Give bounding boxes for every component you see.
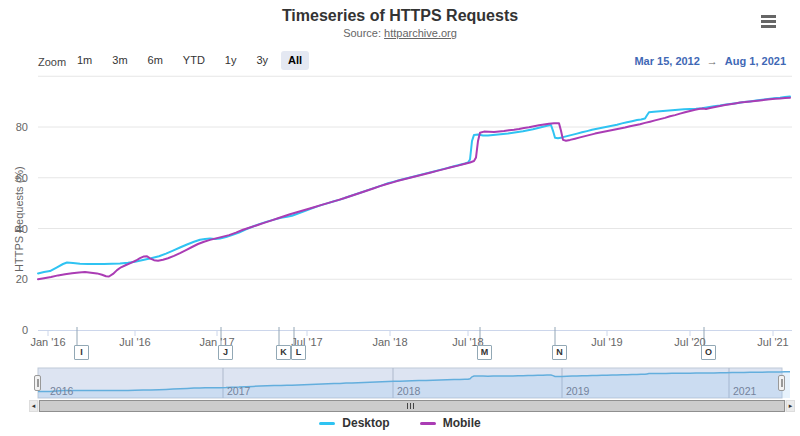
plot-area xyxy=(0,0,800,436)
navigator-year-label: 2018 xyxy=(397,385,420,397)
y-axis-label: 0 xyxy=(0,324,28,336)
scrollbar-left-arrow[interactable]: ◂ xyxy=(29,400,38,412)
scrollbar-grip-icon xyxy=(407,403,414,409)
navigator-left-handle[interactable] xyxy=(34,375,41,391)
y-axis-label: 20 xyxy=(0,273,28,285)
flag-k[interactable]: K xyxy=(276,345,291,360)
navigator-year-label: 2017 xyxy=(227,385,250,397)
flag-n[interactable]: N xyxy=(552,345,567,360)
navigator-year-label: 2016 xyxy=(50,385,73,397)
y-axis-label: 60 xyxy=(0,172,28,184)
x-axis-label: Jan '16 xyxy=(30,336,65,348)
scrollbar-right-arrow[interactable]: ▸ xyxy=(786,400,795,412)
y-axis-label: 40 xyxy=(0,223,28,235)
legend-marker-icon xyxy=(420,422,436,425)
x-axis-label: Jan '18 xyxy=(372,336,407,348)
flag-o[interactable]: O xyxy=(701,345,716,360)
flag-j[interactable]: J xyxy=(218,345,233,360)
legend-marker-icon xyxy=(319,422,335,425)
flag-i[interactable]: I xyxy=(74,345,89,360)
legend-item-desktop[interactable]: Desktop xyxy=(319,416,389,430)
navigator-right-handle[interactable] xyxy=(778,375,785,391)
x-axis-label: Jul '16 xyxy=(119,336,150,348)
legend: DesktopMobile xyxy=(0,416,800,430)
series-desktop[interactable] xyxy=(38,97,790,274)
legend-label: Desktop xyxy=(342,416,389,430)
navigator-year-label: 2019 xyxy=(566,385,589,397)
x-axis-label: Jul '21 xyxy=(757,336,788,348)
flag-m[interactable]: M xyxy=(477,345,492,360)
flag-l[interactable]: L xyxy=(291,345,306,360)
y-axis-label: 80 xyxy=(0,121,28,133)
series-mobile[interactable] xyxy=(38,98,790,279)
legend-label: Mobile xyxy=(443,416,481,430)
navigator-year-label: 2021 xyxy=(733,385,756,397)
legend-item-mobile[interactable]: Mobile xyxy=(420,416,481,430)
https-requests-timeseries-chart: Timeseries of HTTPS Requests Source: htt… xyxy=(0,0,800,436)
x-axis-label: Jul '19 xyxy=(591,336,622,348)
